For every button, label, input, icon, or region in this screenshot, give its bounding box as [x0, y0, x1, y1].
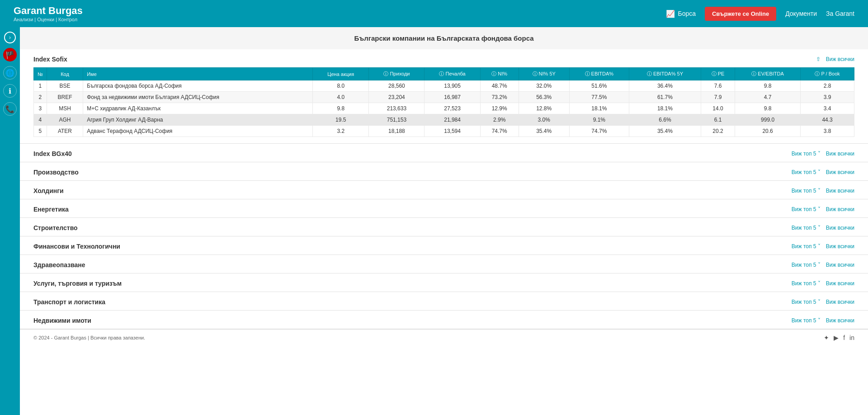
- documents-link[interactable]: Документи: [785, 10, 817, 17]
- header: Garant Burgas Анализи | Оценки | Контрол…: [0, 0, 868, 27]
- energy-top5-link[interactable]: Виж топ 5 ˅: [792, 206, 821, 212]
- th-name: Име: [83, 68, 313, 80]
- table-cell-r1-c1: BREF: [47, 92, 83, 103]
- section-links-services: Виж топ 5 ˅Виж всички: [792, 280, 854, 287]
- table-cell-r3-c6: 2.9%: [480, 114, 519, 126]
- header-nav: 📈 Борса Свържете се Online Документи За …: [666, 7, 854, 21]
- table-cell-r1-c4: 23,204: [369, 92, 425, 103]
- table-cell-r0-c11: 9.8: [735, 80, 801, 92]
- sofix-table: № Код Име Цена акция ⓘ Приходи ⓘ Печалба…: [33, 67, 854, 137]
- table-cell-r0-c6: 48.7%: [480, 80, 519, 92]
- footer-youtube-icon[interactable]: ▶: [834, 334, 839, 341]
- production-view-all-link[interactable]: Виж всички: [826, 169, 854, 175]
- table-row: 1BSEБългарска фондова борса АД-София8.02…: [34, 80, 854, 92]
- logo: Garant Burgas Анализи | Оценки | Контрол: [14, 5, 83, 22]
- table-cell-r4-c0: 5: [34, 126, 47, 137]
- section-production: ПроизводствоВиж топ 5 ˅Виж всички: [20, 162, 868, 181]
- flag-icon[interactable]: 🏴: [3, 48, 17, 61]
- finance-top5-link[interactable]: Виж топ 5 ˅: [792, 243, 821, 250]
- phone-icon[interactable]: 📞: [3, 102, 17, 116]
- table-cell-r4-c12: 3.8: [801, 126, 854, 137]
- table-cell-r0-c1: BSE: [47, 80, 83, 92]
- finance-view-all-link[interactable]: Виж всички: [826, 243, 854, 250]
- table-cell-r1-c11: 4.7: [735, 92, 801, 103]
- holdings-view-all-link[interactable]: Виж всички: [826, 188, 854, 194]
- section-transport: Транспорт и логистикаВиж топ 5 ˅Виж всич…: [20, 292, 868, 311]
- footer-copyright: © 2024 - Garant Burgas | Всички права за…: [33, 335, 145, 340]
- section-services: Услуги, търговия и туризъмВиж топ 5 ˅Виж…: [20, 274, 868, 292]
- table-header-row: № Код Име Цена акция ⓘ Приходи ⓘ Печалба…: [34, 68, 854, 80]
- th-ni5y: ⓘ NI% 5Y: [519, 68, 569, 80]
- connect-button[interactable]: Свържете се Online: [705, 7, 776, 21]
- sofix-view-all-link[interactable]: Виж всички: [826, 56, 854, 62]
- construction-view-all-link[interactable]: Виж всички: [826, 225, 854, 231]
- sidebar-toggle[interactable]: ›: [4, 32, 16, 43]
- table-cell-r0-c3: 8.0: [313, 80, 369, 92]
- table-cell-r1-c2: Фонд за недвижими имоти България АДСИЦ-С…: [83, 92, 313, 103]
- logo-title: Garant Burgas: [14, 5, 83, 17]
- th-num: №: [34, 68, 47, 80]
- footer-pinterest-icon[interactable]: ✦: [824, 334, 829, 341]
- sofix-collapse-icon[interactable]: ⇧: [816, 56, 821, 62]
- section-links-energy: Виж топ 5 ˅Виж всички: [792, 206, 854, 212]
- other-sections: Index BGx40Виж топ 5 ˅Виж всичкиПроизвод…: [20, 144, 868, 329]
- th-pbook: ⓘ P / Book: [801, 68, 854, 80]
- transport-view-all-link[interactable]: Виж всички: [826, 299, 854, 305]
- section-links-health: Виж топ 5 ˅Виж всички: [792, 262, 854, 268]
- section-title-energy: Енергетика: [33, 206, 69, 213]
- section-links-finance: Виж топ 5 ˅Виж всички: [792, 243, 854, 250]
- th-ni: ⓘ NI%: [480, 68, 519, 80]
- info-icon[interactable]: ℹ: [3, 84, 17, 98]
- section-header-sofix: Index Sofix ⇧ Виж всички: [33, 49, 854, 67]
- table-cell-r2-c2: М+С хидравлик АД-Казанлък: [83, 103, 313, 114]
- section-finance: Финансови и ТехнологичниВиж топ 5 ˅Виж в…: [20, 236, 868, 255]
- table-cell-r3-c8: 9.1%: [569, 114, 629, 126]
- footer-facebook-icon[interactable]: f: [843, 334, 845, 341]
- table-cell-r3-c5: 21,984: [425, 114, 480, 126]
- health-top5-link[interactable]: Виж топ 5 ˅: [792, 262, 821, 268]
- energy-view-all-link[interactable]: Виж всички: [826, 206, 854, 212]
- table-cell-r0-c2: Българска фондова борса АД-София: [83, 80, 313, 92]
- page-title: Български компании на Българската фондов…: [20, 27, 868, 49]
- section-title-bgx40: Index BGx40: [33, 150, 72, 157]
- construction-top5-link[interactable]: Виж топ 5 ˅: [792, 225, 821, 231]
- table-cell-r0-c10: 7.6: [701, 80, 735, 92]
- footer-linkedin-icon[interactable]: in: [849, 334, 854, 341]
- bgx40-top5-link[interactable]: Виж топ 5 ˅: [792, 151, 821, 157]
- table-cell-r2-c8: 18.1%: [569, 103, 629, 114]
- section-header-production: ПроизводствоВиж топ 5 ˅Виж всички: [33, 162, 854, 180]
- th-evebitda: ⓘ EV/EBITDA: [735, 68, 801, 80]
- section-links-construction: Виж топ 5 ˅Виж всички: [792, 225, 854, 231]
- garant-link[interactable]: За Garant: [826, 10, 854, 17]
- borsa-nav-item[interactable]: 📈 Борса: [666, 9, 696, 18]
- table-cell-r1-c0: 2: [34, 92, 47, 103]
- table-cell-r2-c4: 213,633: [369, 103, 425, 114]
- section-holdings: ХолдингиВиж топ 5 ˅Виж всички: [20, 181, 868, 199]
- realestate-top5-link[interactable]: Виж топ 5 ˅: [792, 317, 821, 324]
- table-cell-r3-c7: 3.0%: [519, 114, 569, 126]
- production-top5-link[interactable]: Виж топ 5 ˅: [792, 169, 821, 175]
- section-header-holdings: ХолдингиВиж топ 5 ˅Виж всички: [33, 181, 854, 199]
- services-top5-link[interactable]: Виж топ 5 ˅: [792, 280, 821, 287]
- table-cell-r4-c9: 35.4%: [629, 126, 701, 137]
- th-pe: ⓘ PE: [701, 68, 735, 80]
- holdings-top5-link[interactable]: Виж топ 5 ˅: [792, 188, 821, 194]
- table-cell-r4-c1: ATER: [47, 126, 83, 137]
- services-view-all-link[interactable]: Виж всички: [826, 280, 854, 287]
- table-cell-r4-c2: Адванс Терафонд АДСИЦ-София: [83, 126, 313, 137]
- table-cell-r1-c8: 77.5%: [569, 92, 629, 103]
- table-cell-r4-c3: 3.2: [313, 126, 369, 137]
- health-view-all-link[interactable]: Виж всички: [826, 262, 854, 268]
- table-cell-r3-c4: 751,153: [369, 114, 425, 126]
- table-cell-r2-c12: 3.4: [801, 103, 854, 114]
- table-cell-r2-c7: 12.8%: [519, 103, 569, 114]
- table-cell-r2-c1: MSH: [47, 103, 83, 114]
- realestate-view-all-link[interactable]: Виж всички: [826, 317, 854, 324]
- transport-top5-link[interactable]: Виж топ 5 ˅: [792, 299, 821, 305]
- globe-icon[interactable]: 🌐: [3, 66, 17, 80]
- table-cell-r2-c10: 14.0: [701, 103, 735, 114]
- section-header-realestate: Недвижими имотиВиж топ 5 ˅Виж всички: [33, 311, 854, 329]
- section-header-energy: ЕнергетикаВиж топ 5 ˅Виж всички: [33, 199, 854, 217]
- bgx40-view-all-link[interactable]: Виж всички: [826, 151, 854, 157]
- section-links-holdings: Виж топ 5 ˅Виж всички: [792, 188, 854, 194]
